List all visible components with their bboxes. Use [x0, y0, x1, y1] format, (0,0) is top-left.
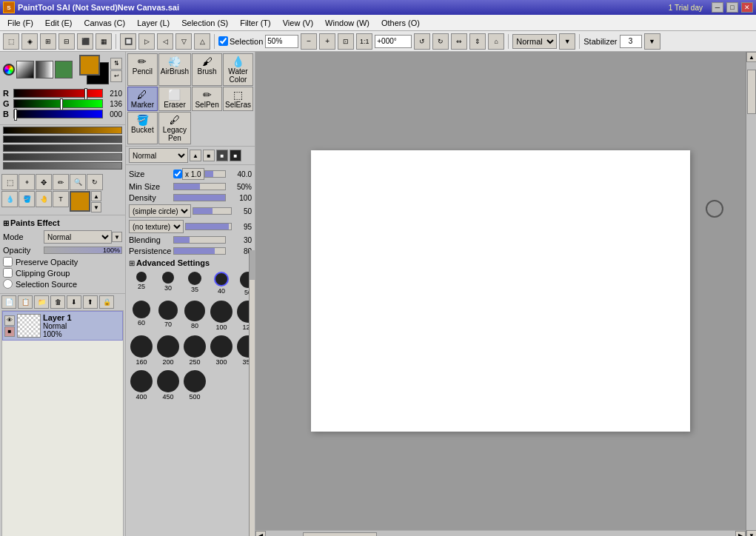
- marker-btn[interactable]: 🖊 Marker: [127, 87, 158, 111]
- brush-size-400[interactable]: 400: [129, 369, 154, 402]
- reset-colors-btn[interactable]: ↩: [110, 70, 122, 82]
- seleras-btn[interactable]: ⬚ SelEras: [223, 87, 253, 111]
- brush-shape-track[interactable]: [193, 207, 232, 215]
- zoom-input[interactable]: [265, 35, 298, 48]
- toolbar-btn-5[interactable]: ⬛: [77, 33, 93, 50]
- stabilizer-arrow[interactable]: ▼: [644, 33, 660, 50]
- brush-size-450[interactable]: 450: [155, 369, 181, 402]
- color-gradient-btn[interactable]: [16, 61, 34, 78]
- zoom-out-button[interactable]: −: [301, 33, 317, 50]
- rotate-cw-button[interactable]: ↻: [432, 33, 449, 50]
- pan-tool[interactable]: 🤚: [36, 191, 52, 207]
- pencil-btn[interactable]: ✏ Pencil: [127, 53, 158, 86]
- gradient-strip-4[interactable]: [3, 153, 122, 161]
- menu-window[interactable]: Window (W): [319, 17, 375, 29]
- toolbar-btn-10[interactable]: ▽: [175, 33, 192, 50]
- select-rect-tool[interactable]: ⬚: [1, 174, 18, 190]
- h-scroll-thumb[interactable]: [303, 532, 377, 537]
- select-lasso-tool[interactable]: ⌖: [19, 174, 35, 190]
- brush-mode-dropdown[interactable]: Normal Multiply Screen: [129, 148, 188, 163]
- size-track[interactable]: [204, 170, 226, 178]
- density-track[interactable]: [173, 194, 226, 201]
- menu-file[interactable]: File (F): [1, 17, 39, 29]
- brush-size-300[interactable]: 300: [209, 334, 234, 367]
- move-tool[interactable]: ✥: [36, 174, 52, 190]
- brush-size-35[interactable]: 35: [182, 270, 207, 298]
- rotate-ccw-button[interactable]: ↺: [414, 33, 430, 50]
- toolbar-btn-9[interactable]: ◁: [157, 33, 173, 50]
- zoom-in-button[interactable]: +: [319, 33, 335, 50]
- toolbar-btn-7[interactable]: 🔲: [120, 33, 136, 50]
- lock-btn[interactable]: 🔒: [99, 295, 114, 309]
- mode-arrow-up[interactable]: ▲: [190, 150, 201, 161]
- watercolor-btn[interactable]: 💧 Water Color: [223, 53, 253, 86]
- canvas-viewport[interactable]: [255, 52, 746, 530]
- rotate-tool[interactable]: ↻: [87, 174, 103, 190]
- brush-size-500[interactable]: 500: [182, 369, 207, 402]
- r-slider-thumb[interactable]: [84, 88, 87, 100]
- scroll-left-btn[interactable]: ◀: [255, 531, 266, 537]
- brush-size-70[interactable]: 70: [155, 299, 181, 332]
- color-palette-btn[interactable]: [55, 61, 73, 78]
- toolbar-btn-2[interactable]: ◈: [21, 33, 38, 50]
- h-scroll-track[interactable]: [266, 532, 735, 537]
- brush-btn[interactable]: 🖌 Brush: [192, 53, 222, 86]
- delete-layer-btn[interactable]: 🗑: [50, 295, 65, 309]
- brush-panel-scrollbar[interactable]: [249, 250, 255, 536]
- airbrush-btn[interactable]: 💨 AirBrush: [158, 53, 191, 86]
- clipping-group-checkbox[interactable]: [3, 268, 13, 278]
- selection-checkbox-label[interactable]: Selection: [218, 36, 263, 46]
- nav-up[interactable]: ▲: [91, 191, 101, 201]
- brush-size-200[interactable]: 200: [155, 334, 181, 367]
- brush-size-100[interactable]: 100: [209, 299, 234, 332]
- vertical-scrollbar[interactable]: ▲ ▼: [746, 52, 756, 536]
- eyedropper-tool[interactable]: 💧: [1, 191, 18, 207]
- toolbar-btn-6[interactable]: ▦: [96, 33, 112, 50]
- texture-track[interactable]: [185, 223, 232, 230]
- gradient-strip-2[interactable]: [3, 135, 122, 143]
- flip-h-button[interactable]: ⇔: [451, 33, 467, 50]
- mode-arrow-black[interactable]: ■: [230, 150, 241, 161]
- scroll-up-btn[interactable]: ▲: [746, 52, 756, 62]
- nav-down[interactable]: ▼: [91, 202, 101, 212]
- canvas-element[interactable]: [311, 150, 690, 432]
- color-gradient2-btn[interactable]: [36, 61, 53, 78]
- toolbar-btn-8[interactable]: ▷: [138, 33, 155, 50]
- g-slider-track[interactable]: [13, 99, 103, 108]
- brush-size-250[interactable]: 250: [182, 334, 207, 367]
- brush-panel-scroll-thumb[interactable]: [250, 250, 255, 280]
- selection-checkbox[interactable]: [218, 36, 228, 46]
- min-size-track[interactable]: [173, 183, 226, 190]
- texture-dropdown[interactable]: (no texture) Canvas Paper: [129, 220, 184, 233]
- pen-tool[interactable]: ✏: [53, 174, 69, 190]
- reset-view-button[interactable]: ⌂: [488, 33, 504, 50]
- new-layer-btn[interactable]: 📄: [1, 295, 16, 309]
- layer-item[interactable]: 👁 ■ Layer 1 Normal 100%: [2, 311, 123, 341]
- persistence-track[interactable]: [173, 247, 226, 255]
- copy-layer-btn[interactable]: 📋: [18, 295, 33, 309]
- toolbar-btn-3[interactable]: ⊞: [40, 33, 56, 50]
- color-box-tool[interactable]: [70, 191, 90, 212]
- mode-arrow[interactable]: ▼: [112, 232, 122, 242]
- blend-mode-select[interactable]: Normal Multiply Screen Overlay: [44, 230, 112, 244]
- menu-view[interactable]: View (V): [277, 17, 319, 29]
- scroll-down-btn[interactable]: ▼: [746, 530, 756, 536]
- preserve-opacity-checkbox[interactable]: [3, 257, 13, 267]
- v-scroll-track[interactable]: [746, 62, 756, 530]
- toolbar-btn-1[interactable]: ⬚: [3, 33, 19, 50]
- brush-size-160[interactable]: 160: [129, 334, 154, 367]
- menu-layer[interactable]: Layer (L): [131, 17, 175, 29]
- merge-layer-btn[interactable]: ⬇: [67, 295, 81, 309]
- close-button[interactable]: ✕: [741, 2, 753, 13]
- blending-track[interactable]: [173, 236, 226, 244]
- swap-colors-btn[interactable]: ⇅: [110, 58, 122, 70]
- horizontal-scrollbar[interactable]: ◀ ▶: [255, 530, 746, 536]
- mode-arrow-mid[interactable]: ■: [203, 150, 215, 161]
- brush-size-60[interactable]: 60: [129, 299, 154, 332]
- selection-source-radio[interactable]: [3, 279, 13, 289]
- zoom-tool[interactable]: 🔍: [70, 174, 86, 190]
- brush-size-30[interactable]: 30: [155, 270, 181, 298]
- color-wheel-btn[interactable]: [3, 64, 15, 76]
- brush-size-40[interactable]: 40: [209, 270, 234, 298]
- fill-tool[interactable]: 🪣: [19, 191, 35, 207]
